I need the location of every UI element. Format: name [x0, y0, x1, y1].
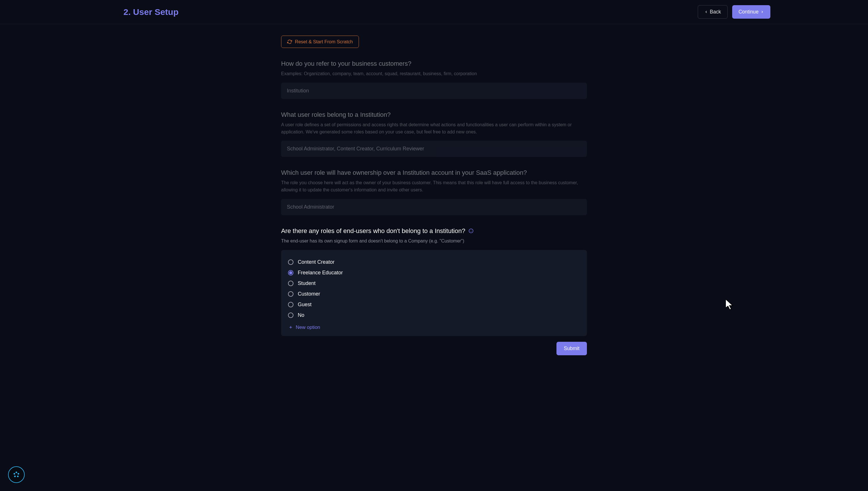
radio-option-label: Customer: [298, 291, 320, 297]
svg-point-8: [14, 475, 16, 477]
radio-circle-icon: [288, 291, 293, 297]
owner-role-input[interactable]: [281, 199, 587, 215]
section-roles: What user roles belong to a Institution?…: [281, 111, 587, 157]
section-owner-help: The role you choose here will act as the…: [281, 179, 587, 194]
radio-circle-icon: [288, 259, 293, 265]
section-endusers: Are there any roles of end-users who don…: [281, 227, 587, 355]
section-customer: How do you refer to your business custom…: [281, 60, 587, 99]
chevron-right-icon: [760, 10, 764, 14]
radio-option-label: Content Creator: [298, 259, 335, 265]
section-owner-heading: Which user role will have ownership over…: [281, 169, 587, 176]
customer-name-input[interactable]: [281, 83, 587, 99]
cursor-icon: [726, 299, 735, 311]
back-button[interactable]: Back: [698, 5, 728, 19]
reset-label: Reset & Start From Scratch: [295, 39, 353, 45]
plus-icon: [288, 325, 293, 329]
radio-option[interactable]: Customer: [288, 289, 580, 299]
section-endusers-help: The end-user has its own signup form and…: [281, 238, 587, 245]
section-customer-help: Examples: Organization, company, team, a…: [281, 70, 587, 78]
continue-button[interactable]: Continue: [732, 5, 771, 19]
submit-button[interactable]: Submit: [557, 342, 587, 355]
svg-point-6: [18, 473, 19, 474]
radio-option[interactable]: No: [288, 310, 580, 321]
section-endusers-heading-text: Are there any roles of end-users who don…: [281, 227, 465, 235]
section-roles-help: A user role defines a set of permissions…: [281, 121, 587, 136]
help-widget-button[interactable]: [8, 466, 25, 483]
radio-option[interactable]: Freelance Educator: [288, 267, 580, 278]
header-buttons: Back Continue: [698, 5, 771, 19]
section-endusers-heading: Are there any roles of end-users who don…: [281, 227, 587, 235]
radio-circle-icon: [288, 313, 293, 318]
submit-row: Submit: [281, 342, 587, 355]
endusers-radio-group: Content CreatorFreelance EducatorStudent…: [281, 250, 587, 336]
radio-option[interactable]: Student: [288, 278, 580, 289]
new-option-label: New option: [296, 324, 320, 330]
header-bar: 2. User Setup Back Continue: [0, 0, 868, 24]
back-label: Back: [710, 9, 721, 15]
info-icon[interactable]: [469, 228, 474, 233]
svg-point-7: [17, 475, 19, 477]
radio-circle-icon: [288, 302, 293, 307]
radio-circle-icon: [288, 270, 293, 276]
main-content: Reset & Start From Scratch How do you re…: [281, 24, 587, 384]
radio-option-label: Student: [298, 280, 315, 286]
radio-circle-icon: [288, 281, 293, 286]
reset-button[interactable]: Reset & Start From Scratch: [281, 36, 359, 48]
chevron-left-icon: [704, 10, 708, 14]
roles-input[interactable]: [281, 141, 587, 157]
section-roles-heading: What user roles belong to a Institution?: [281, 111, 587, 118]
radio-option[interactable]: Content Creator: [288, 257, 580, 267]
svg-point-5: [16, 471, 17, 473]
continue-label: Continue: [738, 9, 759, 15]
refresh-icon: [287, 39, 292, 44]
dots-icon: [12, 470, 21, 479]
page-title: 2. User Setup: [123, 7, 178, 17]
radio-option[interactable]: Guest: [288, 299, 580, 310]
section-customer-heading: How do you refer to your business custom…: [281, 60, 587, 67]
radio-option-label: Guest: [298, 301, 311, 308]
radio-option-label: No: [298, 312, 304, 318]
svg-point-9: [13, 473, 15, 474]
radio-option-label: Freelance Educator: [298, 270, 343, 276]
new-option-button[interactable]: New option: [288, 321, 320, 330]
section-owner: Which user role will have ownership over…: [281, 169, 587, 215]
radio-dot-icon: [289, 271, 292, 275]
